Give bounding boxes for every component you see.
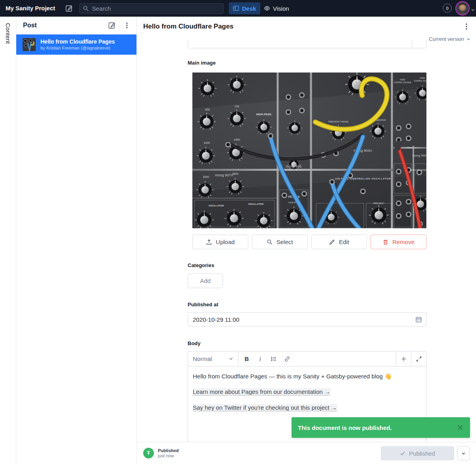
pencil-icon — [329, 239, 335, 245]
trash-icon — [382, 239, 389, 245]
create-document-icon[interactable] — [108, 21, 116, 29]
editor-footer: Published just now Published — [137, 442, 476, 464]
document-list-pane: Post Hello from Clou — [16, 17, 137, 464]
svg-text:OSCILLATOR: OSCILLATOR — [248, 203, 264, 205]
list-item[interactable]: Hello from Cloudflare Pages by Kristian … — [16, 34, 136, 55]
list-pane-title: Post — [23, 22, 101, 29]
avatar-chevron-down-icon[interactable] — [471, 6, 475, 10]
bullet-list-button[interactable] — [269, 354, 279, 364]
fullscreen-button[interactable] — [411, 351, 426, 366]
list-menu-icon[interactable] — [123, 21, 131, 29]
body-paragraph[interactable]: Hello from Cloudflare Pages — this is my… — [193, 372, 421, 380]
svg-text:moog 995: moog 995 — [286, 164, 301, 168]
add-category-button[interactable]: Add — [188, 273, 223, 288]
publish-status-time: just now — [158, 453, 179, 458]
plus-icon — [401, 356, 407, 362]
document-menu-icon[interactable] — [462, 22, 471, 31]
svg-text:moog 902: moog 902 — [412, 154, 426, 157]
document-title: Hello from Cloudflare Pages — [143, 23, 234, 31]
close-icon[interactable] — [457, 424, 464, 431]
search-input[interactable] — [92, 5, 211, 12]
document-editor-pane: Hello from Cloudflare Pages Current vers… — [137, 17, 476, 464]
body-link-twitter[interactable]: Say hey on Twitter if you're checking ou… — [193, 404, 337, 411]
link-icon — [284, 356, 290, 362]
main-image-preview[interactable]: 500 700 1000 1400 2000 2800 HIGH PASS mo… — [192, 73, 426, 228]
bold-button[interactable]: B — [242, 354, 252, 364]
search-icon — [267, 239, 273, 245]
publish-menu-chevron[interactable] — [457, 446, 470, 460]
search-icon — [83, 6, 89, 11]
check-icon — [400, 451, 405, 456]
list-item-text: Hello from Cloudflare Pages by Kristian … — [40, 38, 115, 51]
published-status-icon — [143, 448, 154, 458]
svg-text:FREQUENCY RANGE: FREQUENCY RANGE — [328, 120, 349, 123]
publish-button[interactable]: Published — [381, 446, 454, 460]
published-at-input[interactable] — [188, 316, 415, 323]
publish-toast: This document is now published. — [292, 417, 470, 438]
list-pane-header: Post — [16, 17, 136, 34]
version-label: Current version — [429, 36, 464, 42]
svg-text:FREQUENCY: FREQUENCY — [373, 202, 384, 204]
avatar[interactable] — [455, 1, 470, 15]
remove-button[interactable]: Remove — [370, 235, 426, 249]
bullet-list-icon — [271, 356, 277, 362]
published-at-label: Published at — [188, 302, 218, 307]
list-item-title: Hello from Cloudflare Pages — [40, 38, 115, 46]
svg-text:HIGH PASS: HIGH PASS — [256, 113, 271, 116]
svg-text:FIXED: FIXED — [400, 79, 405, 81]
main-image-label: Main image — [188, 60, 216, 66]
tab-vision-label: Vision — [273, 5, 289, 12]
chevron-down-icon — [466, 37, 470, 41]
eye-icon — [264, 5, 270, 11]
top-navbar: My Sanity Project Desk Vision 0 — [0, 0, 476, 17]
svg-text:700: 700 — [234, 105, 239, 108]
tab-desk[interactable]: Desk — [229, 2, 260, 14]
svg-text:CONTROL VOLTAGE: CONTROL VOLTAGE — [414, 80, 426, 82]
publish-status: Published just now — [143, 448, 179, 458]
list-item-subtitle: by Kristian Freeman (@signalnerve) — [40, 45, 115, 51]
chevron-down-icon — [229, 357, 233, 361]
categories-label: Categories — [188, 262, 214, 268]
project-title: My Sanity Project — [6, 5, 55, 11]
svg-text:FIXED: FIXED — [420, 77, 425, 79]
svg-text:1400: 1400 — [234, 138, 240, 141]
truncated-field[interactable] — [188, 40, 426, 48]
desk-icon — [233, 5, 239, 11]
svg-text:ENVELOPE GENERATOR: ENVELOPE GENERATOR — [410, 169, 426, 171]
svg-text:CONTROL VOLTAGE: CONTROL VOLTAGE — [394, 82, 411, 84]
publish-status-label: Published — [158, 448, 179, 453]
search-bar[interactable] — [79, 3, 224, 14]
svg-text:1000: 1000 — [203, 141, 210, 144]
edit-button[interactable]: Edit — [311, 235, 367, 249]
tab-desk-label: Desk — [242, 5, 256, 12]
italic-button[interactable]: i — [255, 354, 265, 364]
body-toolbar: Normal B i — [188, 351, 426, 367]
content-tab-strip[interactable]: Content — [0, 17, 16, 464]
workspace: Content Post — [0, 17, 476, 464]
chevron-down-icon — [461, 451, 466, 456]
text-style-selector[interactable]: Normal — [188, 351, 238, 366]
body-label: Body — [188, 340, 201, 346]
tab-vision[interactable]: Vision — [260, 2, 293, 14]
toast-message: This document is now published. — [298, 424, 457, 431]
insert-block-button[interactable] — [396, 351, 411, 366]
svg-text:500: 500 — [205, 108, 210, 111]
svg-text:OSCILLATOR: OSCILLATOR — [209, 204, 224, 207]
body-text-area[interactable]: Hello from Cloudflare Pages — this is my… — [188, 367, 426, 425]
link-button[interactable] — [282, 354, 292, 364]
version-selector[interactable]: Current version — [429, 36, 470, 42]
new-document-icon[interactable] — [65, 4, 73, 12]
list-item-thumbnail — [23, 38, 36, 51]
published-at-field — [188, 312, 426, 327]
svg-text:moog 907A: moog 907A — [215, 173, 233, 177]
svg-text:2000: 2000 — [203, 176, 209, 178]
expand-icon — [416, 356, 422, 362]
select-button[interactable]: Select — [252, 235, 308, 249]
body-link-docs[interactable]: Learn more about Pages from our document… — [193, 388, 330, 395]
upload-icon — [206, 239, 212, 245]
upload-button[interactable]: Upload — [192, 235, 248, 249]
image-actions: Upload Select Edit Remove — [192, 235, 426, 249]
content-tab-label[interactable]: Content — [5, 23, 12, 44]
notification-badge[interactable]: 0 — [443, 4, 452, 13]
calendar-icon[interactable] — [415, 316, 422, 323]
